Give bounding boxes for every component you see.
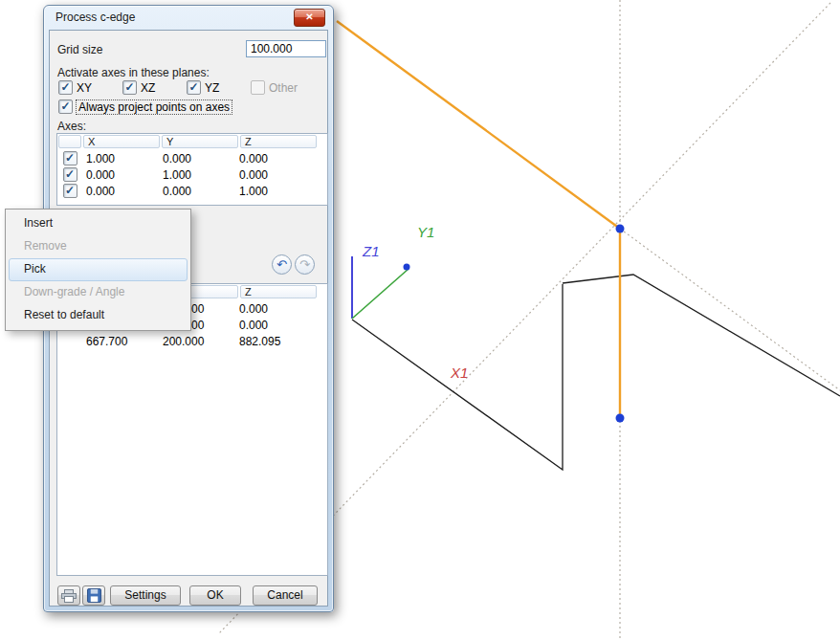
check-icon: ✓ <box>188 81 198 93</box>
menu-item-downgrade-angle: Down-grade / Angle <box>9 281 188 304</box>
model-edges[interactable] <box>352 275 840 470</box>
menu-item-pick[interactable]: Pick <box>9 258 188 281</box>
undo-button[interactable]: ↶ <box>272 254 292 275</box>
check-icon: ✓ <box>124 81 134 93</box>
close-icon: ✕ <box>305 11 313 22</box>
row-checkbox[interactable]: ✓ <box>63 167 77 182</box>
checkbox-yz-box[interactable]: ✓ <box>187 80 201 95</box>
x-axis-label: X1 <box>450 364 468 381</box>
print-icon <box>61 589 77 603</box>
y-axis-point[interactable] <box>404 264 410 271</box>
edge-point-top[interactable] <box>616 225 625 233</box>
project-points-label: Always project points on axes <box>77 100 232 114</box>
redo-icon: ↷ <box>299 257 310 272</box>
checkbox-yz-label: YZ <box>205 81 219 95</box>
checkbox-other-label: Other <box>269 81 298 95</box>
cancel-button[interactable]: Cancel <box>253 585 318 606</box>
axes-table-row[interactable]: ✓ 1.000 0.000 0.000 <box>57 150 327 166</box>
axes-label: Axes: <box>57 120 86 133</box>
grid-size-input[interactable] <box>246 40 326 57</box>
menu-item-insert[interactable]: Insert <box>9 212 188 235</box>
cell-z[interactable]: 0.000 <box>235 319 312 332</box>
check-icon: ✓ <box>60 81 70 93</box>
cell-x[interactable]: 1.000 <box>82 152 159 166</box>
grid-size-label: Grid size <box>57 43 102 56</box>
axes-header-gutter[interactable] <box>58 135 81 148</box>
print-button[interactable] <box>57 585 80 606</box>
dialog-title: Process c-edge <box>55 11 135 24</box>
checkbox-xz[interactable]: ✓ XZ <box>122 80 155 95</box>
close-button[interactable]: ✕ <box>294 9 325 27</box>
cell-x[interactable]: 0.000 <box>82 185 159 198</box>
points-header-z[interactable]: Z <box>240 285 317 298</box>
menu-item-reset-to-default[interactable]: Reset to default <box>9 304 188 327</box>
check-icon: ✓ <box>65 168 75 180</box>
selected-c-edge[interactable] <box>337 21 620 418</box>
checkbox-xy-box[interactable]: ✓ <box>58 80 73 95</box>
axes-table: X Y Z ✓ 1.000 0.000 0.000 ✓ 0.000 1.000 … <box>56 133 328 206</box>
check-icon: ✓ <box>65 185 75 196</box>
cell-z[interactable]: 0.000 <box>235 168 312 182</box>
cell-x[interactable]: 667.700 <box>82 335 159 348</box>
cell-y[interactable]: 1.000 <box>159 168 235 182</box>
project-points-box[interactable]: ✓ <box>58 99 73 114</box>
points-table-row[interactable]: 667.700 200.000 882.095 <box>57 333 327 349</box>
cell-y[interactable]: 200.000 <box>159 335 235 348</box>
planes-section-label: Activate axes in these planes: <box>57 66 210 79</box>
checkbox-other-box <box>251 80 265 95</box>
axes-table-row[interactable]: ✓ 0.000 0.000 1.000 <box>57 183 327 199</box>
checkbox-xy-label: XY <box>77 81 92 95</box>
checkbox-other: Other <box>251 80 298 95</box>
axes-header-z[interactable]: Z <box>240 135 317 148</box>
check-icon: ✓ <box>65 152 75 164</box>
checkbox-xy[interactable]: ✓ XY <box>58 80 92 95</box>
z-axis-label: Z1 <box>362 243 380 259</box>
edge-point-bottom[interactable] <box>616 414 625 423</box>
axes-header-x[interactable]: X <box>83 135 160 148</box>
context-menu: Insert Remove Pick Down-grade / Angle Re… <box>5 209 191 331</box>
checkbox-xz-label: XZ <box>141 81 155 95</box>
planes-checkbox-row: ✓ XY ✓ XZ ✓ YZ Other <box>50 80 327 95</box>
cell-x[interactable]: 0.000 <box>82 168 159 182</box>
cell-y[interactable]: 0.000 <box>159 185 235 198</box>
save-icon <box>87 588 101 603</box>
row-checkbox[interactable]: ✓ <box>63 151 77 166</box>
project-points-checkbox[interactable]: ✓ Always project points on axes <box>58 99 232 114</box>
settings-button[interactable]: Settings <box>110 585 181 606</box>
cell-z[interactable]: 0.000 <box>235 152 312 166</box>
axes-table-row[interactable]: ✓ 0.000 1.000 0.000 <box>57 166 327 183</box>
cell-z[interactable]: 0.000 <box>235 302 312 316</box>
checkbox-yz[interactable]: ✓ YZ <box>187 80 219 95</box>
cell-y[interactable]: 0.000 <box>159 152 235 166</box>
titlebar[interactable]: Process c-edge ✕ <box>44 6 333 29</box>
app-window: Z1 Y1 X1 Process c-edge ✕ Grid size Acti… <box>0 0 840 640</box>
redo-button[interactable]: ↷ <box>295 254 315 275</box>
save-button[interactable] <box>82 585 105 606</box>
undo-icon: ↶ <box>276 257 287 272</box>
ok-button[interactable]: OK <box>189 585 241 606</box>
menu-item-remove: Remove <box>9 235 188 258</box>
y-axis <box>352 269 409 319</box>
axes-table-header: X Y Z <box>57 134 327 150</box>
axes-header-y[interactable]: Y <box>162 135 238 148</box>
checkbox-xz-box[interactable]: ✓ <box>122 80 137 95</box>
cell-z[interactable]: 1.000 <box>235 185 312 198</box>
cell-z[interactable]: 882.095 <box>235 335 312 348</box>
check-icon: ✓ <box>60 100 70 112</box>
y-axis-label: Y1 <box>417 224 434 240</box>
row-checkbox[interactable]: ✓ <box>63 184 77 198</box>
